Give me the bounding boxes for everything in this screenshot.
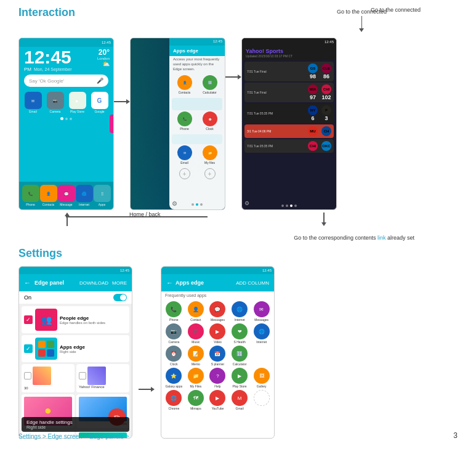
temp-display: 20° — [97, 48, 110, 57]
panel-apps: 👤 Contacts 🔢 Calculator 📞 — [169, 73, 225, 182]
page-number: 3 — [453, 431, 458, 440]
screen-home: 12:45 12:45 PM Mon, 24 September 20° Lon… — [18, 38, 114, 210]
dock-message: 💬 Message — [58, 185, 75, 206]
dock-contacts-label: Contacts — [40, 203, 57, 206]
sports-subtitle: Updated 2015/10/13 03:17 PM CT — [246, 54, 333, 58]
game2-teams: MIA 97 CHI 102 — [308, 84, 331, 100]
dock-apps-label: Apps — [94, 203, 111, 206]
download-btn[interactable]: DOWNLOAD — [79, 280, 108, 286]
app-google: G Google — [89, 92, 110, 113]
playstore-icon: ▶ — [69, 92, 86, 109]
panel-contacts-icon: 👤 — [177, 75, 192, 90]
panel-apps-row1: 👤 Contacts 🔢 Calculator — [172, 75, 222, 94]
breadcrumb[interactable]: Settings > Edge screen > Edge panels > — [18, 433, 129, 440]
grid-phone-icon: 📞 — [166, 301, 182, 317]
game1-teams: GS 98 CLE 86 — [308, 63, 331, 79]
toggle[interactable] — [113, 294, 127, 301]
people-checkbox: ✓ — [24, 315, 33, 324]
grid-splanner-icon: 📅 — [209, 346, 225, 362]
arrow-down-line — [323, 213, 325, 222]
clock-display: 12:45 — [24, 48, 108, 67]
people-thumb: 👥 — [35, 309, 57, 331]
settings-arrow-head — [151, 387, 155, 392]
back-arrow-2-icon: ← — [166, 279, 173, 286]
panel-myfiles: 📁 My files — [203, 145, 217, 164]
sports-dot2 — [286, 205, 288, 207]
item4-label: Yahoo! Finance — [79, 385, 127, 389]
dock-phone: 📞 Phone — [22, 185, 39, 206]
grid-mimaps-icon: 🗺 — [188, 390, 204, 406]
panel-title: Apps edge — [169, 46, 225, 56]
dock-contacts: 👤 Contacts — [40, 185, 57, 206]
add-btn-2[interactable]: + — [204, 168, 216, 179]
apps-checkbox: ✓ — [24, 344, 33, 353]
sports-dot3 — [290, 205, 292, 207]
panel-blur-row2 — [172, 134, 222, 144]
game-1: 7/31 Tue Final GS 98 CLE 86 — [244, 62, 334, 81]
team-okc: OKC — [321, 141, 331, 151]
apps-label: Apps edge — [60, 344, 127, 350]
grid-empty — [251, 346, 267, 366]
tooltip-title: Edge handle settings — [26, 420, 124, 425]
grid-chrome: 🌐 Chrome — [164, 390, 184, 410]
settings-statusbar-2: 12:45 — [161, 267, 274, 274]
panel-email: ✉ Email — [177, 145, 192, 164]
dock-phone-icon: 📞 — [22, 185, 39, 202]
grid-clock: ⏰ Clock — [164, 346, 184, 366]
people-sub: Edge handles on both sides — [60, 321, 127, 325]
app-playstore: ▶ Play Store — [67, 92, 87, 113]
grid-galaxyapps: ⭐ Galaxy apps — [164, 368, 184, 388]
panel-settings-icon[interactable]: ⚙ — [172, 200, 177, 207]
gs-logo: GS — [308, 63, 318, 73]
dock-contacts-icon: 👤 — [40, 185, 57, 202]
grid-help-icon: ? — [209, 368, 225, 384]
settings-section: Settings 12:45 ← Edge panel DOWNLOAD MOR… — [18, 247, 458, 439]
interaction-section: Interaction Go to the connected 12:45 12… — [18, 6, 458, 241]
grid-mimaps: 🗺 Mimaps — [186, 390, 206, 410]
google-label: Google — [89, 110, 110, 113]
sports-dot1 — [281, 205, 284, 207]
mic-icon: 🎤 — [97, 78, 103, 84]
screens-row: 12:45 12:45 PM Mon, 24 September 20° Lon… — [18, 38, 458, 210]
team-chi2: CHI — [308, 141, 318, 151]
grid-contact-icon: 👤 — [188, 301, 204, 317]
settings-header-1: ← Edge panel DOWNLOAD MORE — [19, 274, 132, 291]
corresponding-label: Go to the corresponding contents link al… — [18, 235, 458, 241]
settings-screen-2: 12:45 ← Apps edge ADD COLUMN Frequently … — [161, 266, 275, 439]
frequent-apps-label: Frequently used apps — [161, 291, 274, 299]
team-cle: CLE 86 — [321, 63, 331, 79]
panel-phone: 📞 Phone — [177, 111, 192, 131]
chi-logo: CHI — [321, 84, 331, 94]
panel-item-3: 30 — [22, 364, 75, 392]
sports-dot4 — [294, 205, 297, 207]
panel-phone-label: Phone — [177, 127, 192, 131]
grid-calculator: 🔢 Calculator — [230, 346, 250, 366]
panel-myfiles-label: My files — [203, 161, 217, 164]
panel-item-4: Yahoo! Finance — [76, 364, 129, 392]
panel-myfiles-icon: 📁 — [203, 145, 217, 160]
grid-contact: 👤 Contact — [186, 301, 206, 322]
panel-item-people: ✓ 👥 People edge Edge handles on both sid… — [22, 306, 129, 333]
grid-internet2-icon: 🌐 — [254, 323, 270, 339]
game-3: 7/31 Tue 05:35 PM NY 6 P 3 — [244, 103, 334, 123]
add-column-btn[interactable]: ADD COLUMN — [236, 280, 269, 286]
grid-myfiles-icon: 📁 — [188, 368, 204, 384]
apps-edge-title-text: Apps edge — [175, 280, 233, 286]
tooltip: Edge handle settings Right side — [22, 417, 129, 432]
grid-music-icon: 🎵 — [188, 323, 204, 339]
che-logo: CH — [321, 126, 331, 136]
grid-music: 🎵 Music — [186, 323, 206, 344]
add-btn-1[interactable]: + — [179, 168, 190, 179]
arrow-up-line — [67, 216, 68, 226]
app-email: ✉ Email — [23, 92, 43, 113]
grid-memo-icon: 📝 — [188, 346, 204, 362]
thumb-3 — [33, 367, 51, 385]
apps-sub: Right side — [60, 350, 127, 354]
grid-chrome-icon: 🌐 — [166, 390, 182, 406]
panel-email-label: Email — [177, 161, 192, 164]
grid-myfiles: 📁 My Files — [186, 368, 206, 388]
date-display: Mon, 24 September — [34, 67, 71, 71]
grid-memo: 📝 Memo — [186, 346, 206, 366]
go-connected-arrowhead — [359, 28, 364, 32]
more-btn[interactable]: MORE — [112, 280, 127, 286]
